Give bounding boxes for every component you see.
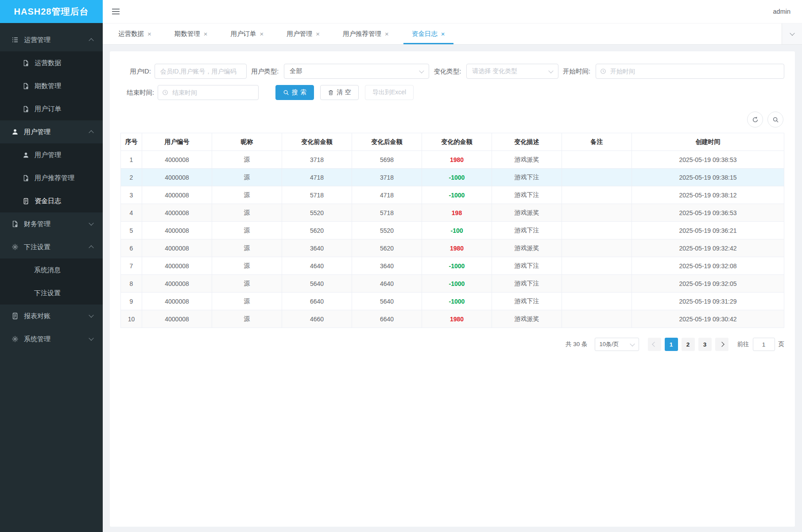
table-row[interactable]: 2 4000008 源 4718 3718 -1000 游戏下注 2025-05… <box>121 169 784 186</box>
col-index: 序号 <box>121 133 142 151</box>
user-type-select[interactable]: 全部 <box>284 64 429 79</box>
export-button-label: 导出到Excel <box>372 89 406 96</box>
refresh-button[interactable] <box>747 112 763 127</box>
sidebar-group-label: 用户管理 <box>24 128 50 136</box>
col-user-id: 用户编号 <box>142 133 212 151</box>
tab-user-referral[interactable]: 用户推荐管理 × <box>334 23 397 44</box>
table-header: 序号 用户编号 昵称 变化前金额 变化后金额 变化的金额 变化描述 备注 创建时… <box>121 133 784 151</box>
tab-user-mgmt[interactable]: 用户管理 × <box>278 23 328 44</box>
cell-change: 1980 <box>422 151 492 169</box>
close-icon[interactable]: × <box>441 31 445 37</box>
chevron-right-icon <box>719 342 724 347</box>
sidebar-item-period-mgmt[interactable]: 期数管理 <box>0 74 103 97</box>
col-nickname: 昵称 <box>212 133 282 151</box>
cell-nickname: 源 <box>212 151 282 169</box>
sidebar-group-system[interactable]: 系统管理 <box>0 328 103 351</box>
table-row[interactable]: 7 4000008 源 4640 3640 -1000 游戏下注 2025-05… <box>121 257 784 275</box>
chevron-down-icon <box>419 68 424 73</box>
cell-after: 3718 <box>352 169 422 186</box>
chevron-up-icon <box>89 245 93 250</box>
table-row[interactable]: 8 4000008 源 5640 4640 -1000 游戏下注 2025-05… <box>121 275 784 293</box>
chevron-left-icon <box>652 342 657 347</box>
cell-desc: 游戏下注 <box>492 257 562 275</box>
table-row[interactable]: 10 4000008 源 4660 6640 1980 游戏派奖 2025-05… <box>121 310 784 328</box>
cell-remark <box>562 151 632 169</box>
cell-nickname: 源 <box>212 186 282 204</box>
column-search-button[interactable] <box>767 112 783 127</box>
cell-remark <box>562 239 632 257</box>
user-menu[interactable]: admin <box>773 8 791 15</box>
close-icon[interactable]: × <box>204 31 208 37</box>
sidebar-group-reports[interactable]: 报表对账 <box>0 305 103 328</box>
table-row[interactable]: 1 4000008 源 3718 5698 1980 游戏派奖 2025-05-… <box>121 151 784 169</box>
close-icon[interactable]: × <box>260 31 264 37</box>
sidebar-item-bet-settings[interactable]: 下注设置 <box>0 281 103 305</box>
sidebar-item-label: 用户订单 <box>35 105 61 113</box>
table-row[interactable]: 3 4000008 源 5718 4718 -1000 游戏下注 2025-05… <box>121 186 784 204</box>
end-time-input[interactable] <box>158 85 259 100</box>
gear-icon <box>12 243 19 251</box>
tab-operation-data[interactable]: 运营数据 × <box>110 23 160 44</box>
tab-fund-log[interactable]: 资金日志 × <box>403 23 453 44</box>
export-excel-button[interactable]: 导出到Excel <box>365 85 414 100</box>
cell-nickname: 源 <box>212 310 282 328</box>
doc-icon <box>12 312 19 320</box>
sidebar-item-system-messages[interactable]: 系统消息 <box>0 258 103 281</box>
hamburger-menu-icon[interactable] <box>112 8 120 15</box>
cell-index: 5 <box>121 222 142 239</box>
cell-time: 2025-05-19 09:36:21 <box>632 222 784 239</box>
cell-remark <box>562 293 632 310</box>
cell-change: -1000 <box>422 257 492 275</box>
page-size-select[interactable]: 10条/页 <box>595 338 639 351</box>
cell-before: 5718 <box>282 186 352 204</box>
user-id-input[interactable] <box>155 64 247 79</box>
close-icon[interactable]: × <box>316 31 320 37</box>
start-time-input[interactable] <box>596 64 784 79</box>
cell-remark <box>562 204 632 222</box>
tab-user-orders[interactable]: 用户订单 × <box>222 23 272 44</box>
page-button-1[interactable]: 1 <box>665 338 678 351</box>
sidebar-item-user-mgmt[interactable]: 用户管理 <box>0 143 103 166</box>
sidebar-item-operation-data[interactable]: 运营数据 <box>0 51 103 74</box>
cell-desc: 游戏派奖 <box>492 204 562 222</box>
close-icon[interactable]: × <box>147 31 151 37</box>
tab-period-mgmt[interactable]: 期数管理 × <box>166 23 216 44</box>
sidebar-item-user-orders[interactable]: 用户订单 <box>0 97 103 120</box>
clear-button[interactable]: 清空 <box>320 85 359 100</box>
tab-actions-dropdown[interactable] <box>782 23 802 44</box>
col-change-amount: 变化的金额 <box>422 133 492 151</box>
sidebar-submenu-users: 用户管理 用户推荐管理 资金日志 <box>0 143 103 212</box>
cell-before: 5620 <box>282 222 352 239</box>
cell-time: 2025-05-19 09:32:42 <box>632 239 784 257</box>
table-row[interactable]: 9 4000008 源 6640 5640 -1000 游戏下注 2025-05… <box>121 293 784 310</box>
sidebar-item-fund-log[interactable]: 资金日志 <box>0 189 103 212</box>
sidebar-submenu-bet-settings: 系统消息 下注设置 <box>0 258 103 305</box>
cell-remark <box>562 169 632 186</box>
tab-label: 运营数据 <box>118 30 144 38</box>
cell-time: 2025-05-19 09:32:08 <box>632 257 784 275</box>
page-button-2[interactable]: 2 <box>682 338 695 351</box>
sidebar-group-operations[interactable]: 运营管理 <box>0 28 103 51</box>
sidebar-group-bet-settings[interactable]: 下注设置 <box>0 235 103 258</box>
cell-after: 5620 <box>352 239 422 257</box>
sidebar-item-user-referral[interactable]: 用户推荐管理 <box>0 166 103 189</box>
close-icon[interactable]: × <box>385 31 389 37</box>
page-button-3[interactable]: 3 <box>698 338 712 351</box>
cell-nickname: 源 <box>212 293 282 310</box>
change-type-select[interactable]: 请选择 变化类型 <box>466 64 558 79</box>
sidebar-group-users[interactable]: 用户管理 <box>0 120 103 143</box>
prev-page-button[interactable] <box>648 338 661 351</box>
change-type-placeholder: 请选择 变化类型 <box>472 67 517 75</box>
cell-after: 6640 <box>352 310 422 328</box>
tab-label: 资金日志 <box>412 30 438 38</box>
sidebar-group-finance[interactable]: 财务管理 <box>0 212 103 235</box>
table-row[interactable]: 4 4000008 源 5520 5718 198 游戏派奖 2025-05-1… <box>121 204 784 222</box>
search-button[interactable]: 搜索 <box>275 85 314 100</box>
table-row[interactable]: 5 4000008 源 5620 5520 -100 游戏下注 2025-05-… <box>121 222 784 239</box>
next-page-button[interactable] <box>715 338 728 351</box>
user-icon <box>22 151 29 158</box>
table-row[interactable]: 6 4000008 源 3640 5620 1980 游戏派奖 2025-05-… <box>121 239 784 257</box>
goto-page-input[interactable] <box>753 338 775 351</box>
start-time-label: 开始时间: <box>563 67 590 76</box>
sidebar-item-label: 用户管理 <box>35 151 61 159</box>
